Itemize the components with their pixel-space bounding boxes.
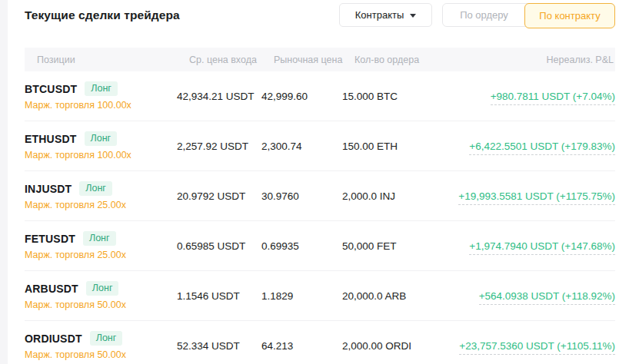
market-price-cell: 64.213 — [261, 340, 342, 352]
unrealized-pnl-value[interactable]: +564.0938 USDT (+118.92%) — [479, 290, 615, 305]
order-qty-cell: 2,000.0 INJ — [342, 190, 458, 202]
position-row: BTCUSDTЛонгМарж. торговля 100.00x42,934.… — [25, 71, 615, 121]
position-symbol-line: ARBUSDTЛонг — [25, 281, 177, 296]
margin-mode-label: Марж. торговля 25.00x — [25, 200, 177, 210]
margin-mode-label: Марж. торговля 25.00x — [25, 250, 177, 260]
order-qty-cell: 150.00 ETH — [342, 141, 469, 152]
column-header-order-qty: Кол-во ордера — [354, 55, 547, 65]
side-badge: Лонг — [85, 81, 118, 96]
unrealized-pnl-value[interactable]: +6,422.5501 USDT (+179.83%) — [469, 141, 615, 155]
unrealized-pnl-cell: +6,422.5501 USDT (+179.83%) — [469, 141, 615, 152]
unrealized-pnl-cell: +23,757.5360 USDT (+1105.11%) — [459, 340, 615, 352]
market-price-cell: 0.69935 — [261, 240, 342, 252]
by-order-button[interactable]: По ордеру — [443, 4, 525, 26]
market-price-cell: 1.1829 — [261, 290, 342, 302]
unrealized-pnl-cell: +1,974.7940 USDT (+147.68%) — [469, 240, 615, 252]
panel-header: Текущие сделки трейдера Контракты По орд… — [25, 0, 615, 48]
view-controls: Контракты По ордеру По контракту — [339, 3, 615, 27]
order-qty-cell: 15.000 BTC — [342, 91, 491, 102]
chevron-down-icon — [410, 14, 416, 18]
side-badge: Лонг — [85, 131, 118, 146]
order-qty-cell: 2,000.00 ORDI — [342, 340, 459, 352]
by-order-label: По ордеру — [460, 9, 508, 21]
column-header-market-price: Рыночная цена — [274, 55, 354, 65]
entry-price-cell: 2,257.92 USDT — [177, 141, 261, 152]
column-header-entry-price: Ср. цена входа — [189, 55, 274, 65]
trader-positions-panel: Текущие сделки трейдера Контракты По орд… — [8, 0, 629, 364]
position-symbol[interactable]: FETUSDT — [25, 233, 75, 245]
unrealized-pnl-value[interactable]: +19,993.5581 USDT (+1175.75%) — [458, 190, 615, 205]
market-price-cell: 30.9760 — [261, 190, 342, 202]
entry-price-cell: 1.1546 USDT — [177, 290, 261, 302]
margin-mode-label: Марж. торговля 50.00x — [25, 299, 177, 310]
position-symbol[interactable]: ARBUSDT — [25, 283, 78, 295]
side-badge: Лонг — [83, 231, 116, 246]
position-row: INJUSDTЛонгМарж. торговля 25.00x20.9792 … — [25, 171, 615, 221]
position-symbol[interactable]: BTCUSDT — [25, 83, 77, 95]
positions-table-body: BTCUSDTЛонгМарж. торговля 100.00x42,934.… — [25, 71, 615, 364]
contracts-dropdown-label: Контракты — [355, 9, 404, 21]
margin-mode-label: Марж. торговля 100.00x — [25, 100, 177, 111]
unrealized-pnl-value[interactable]: +980.7811 USDT (+7.04%) — [491, 91, 615, 105]
contracts-dropdown[interactable]: Контракты — [339, 3, 432, 27]
margin-mode-label: Марж. торговля 100.00x — [25, 150, 177, 160]
unrealized-pnl-cell: +19,993.5581 USDT (+1175.75%) — [458, 190, 615, 202]
position-cell: FETUSDTЛонгМарж. торговля 25.00x — [25, 231, 177, 260]
position-cell: ARBUSDTЛонгМарж. торговля 50.00x — [25, 281, 177, 310]
market-price-cell: 2,300.74 — [261, 141, 342, 152]
position-symbol-line: ETHUSDTЛонг — [25, 131, 177, 146]
side-badge: Лонг — [86, 281, 119, 296]
column-header-positions: Позиции — [37, 55, 189, 65]
position-row: FETUSDTЛонгМарж. торговля 25.00x0.65985 … — [25, 221, 615, 271]
entry-price-cell: 42,934.21 USDT — [177, 91, 261, 102]
unrealized-pnl-value[interactable]: +23,757.5360 USDT (+1105.11%) — [459, 340, 615, 355]
entry-price-cell: 20.9792 USDT — [177, 190, 261, 202]
position-row: ARBUSDTЛонгМарж. торговля 50.00x1.1546 U… — [25, 271, 615, 321]
position-symbol-line: BTCUSDTЛонг — [25, 81, 177, 96]
position-cell: BTCUSDTЛонгМарж. торговля 100.00x — [25, 81, 177, 111]
order-qty-cell: 50,000 FET — [342, 240, 469, 252]
unrealized-pnl-value[interactable]: +1,974.7940 USDT (+147.68%) — [469, 240, 615, 255]
position-cell: INJUSDTЛонгМарж. торговля 25.00x — [25, 181, 177, 210]
order-qty-cell: 20,000.0 ARB — [342, 290, 479, 302]
entry-price-cell: 0.65985 USDT — [177, 240, 261, 252]
side-badge: Лонг — [79, 181, 112, 196]
by-contract-button[interactable]: По контракту — [524, 3, 615, 28]
position-symbol[interactable]: INJUSDT — [25, 183, 72, 195]
page-title: Текущие сделки трейдера — [25, 8, 180, 22]
position-symbol-line: FETUSDTЛонг — [25, 231, 177, 246]
position-symbol[interactable]: ORDIUSDT — [25, 333, 82, 345]
position-symbol-line: INJUSDTЛонг — [25, 181, 177, 196]
position-symbol-line: ORDIUSDTЛонг — [25, 331, 177, 346]
position-row: ORDIUSDTЛонгМарж. торговля 50.00x52.334 … — [25, 321, 615, 364]
entry-price-cell: 52.334 USDT — [177, 340, 261, 352]
position-cell: ORDIUSDTЛонгМарж. торговля 50.00x — [25, 331, 177, 360]
column-header-unrealized-pnl: Нереализ. P&L — [547, 55, 614, 65]
unrealized-pnl-cell: +980.7811 USDT (+7.04%) — [491, 91, 615, 102]
side-badge: Лонг — [90, 331, 123, 346]
position-row: ETHUSDTЛонгМарж. торговля 100.00x2,257.9… — [25, 121, 615, 171]
by-contract-label: По контракту — [539, 10, 600, 22]
market-price-cell: 42,999.60 — [261, 91, 342, 102]
position-cell: ETHUSDTЛонгМарж. торговля 100.00x — [25, 131, 177, 160]
unrealized-pnl-cell: +564.0938 USDT (+118.92%) — [479, 290, 615, 302]
view-toggle: По ордеру По контракту — [442, 3, 615, 27]
table-header-row: Позиции Ср. цена входа Рыночная цена Кол… — [25, 48, 615, 71]
margin-mode-label: Марж. торговля 50.00x — [25, 349, 177, 360]
position-symbol[interactable]: ETHUSDT — [25, 133, 77, 145]
